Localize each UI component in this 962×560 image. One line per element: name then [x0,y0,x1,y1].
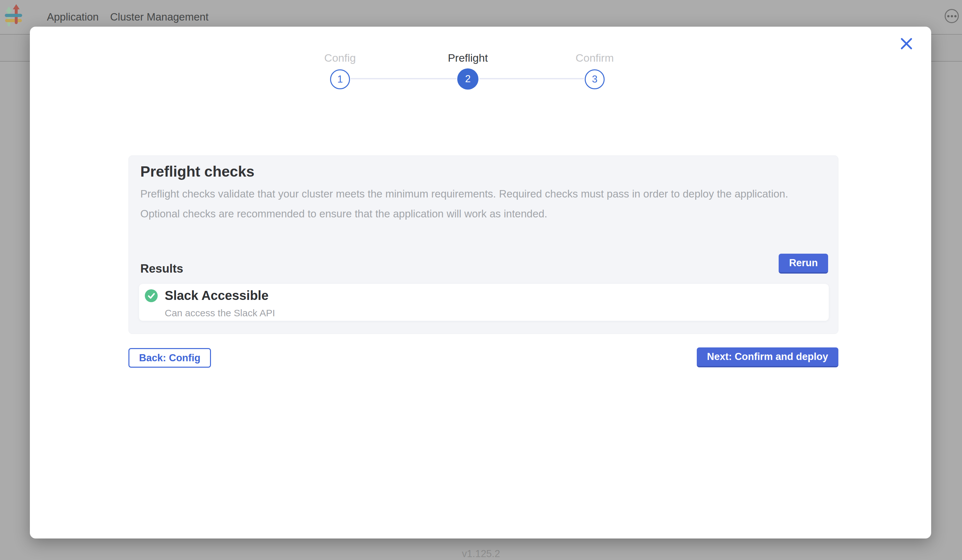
step-label-confirm: Confirm [553,52,636,64]
panel-description: Preflight checks validate that your clus… [140,184,829,224]
nav-tab-application[interactable]: Application [47,11,98,23]
back-config-button[interactable]: Back: Config [128,348,211,368]
nav-tab-cluster-management[interactable]: Cluster Management [110,11,208,23]
ellipsis-menu-icon[interactable] [945,9,959,23]
step-connector [479,78,584,79]
preflight-wizard-modal: Config Preflight Confirm 1 2 3 Preflight… [30,27,931,539]
step-circle-confirm[interactable]: 3 [585,69,605,89]
step-circle-config[interactable]: 1 [330,69,350,89]
step-connector [351,78,457,79]
app-logo-arrows-icon [5,4,22,27]
result-title: Slack Accessible [165,288,268,303]
results-heading: Results [140,262,183,276]
app-version-label: v1.125.2 [0,548,962,560]
step-label-config: Config [298,52,382,64]
close-icon[interactable] [897,34,916,53]
preflight-result-row: Slack Accessible Can access the Slack AP… [139,284,829,321]
preflight-checks-panel: Preflight checks Preflight checks valida… [128,155,838,334]
panel-title: Preflight checks [140,163,254,180]
next-confirm-deploy-button[interactable]: Next: Confirm and deploy [697,347,838,367]
check-circle-icon [145,289,158,302]
step-circle-preflight[interactable]: 2 [457,68,478,90]
step-label-preflight: Preflight [426,52,510,64]
result-detail: Can access the Slack API [165,308,275,318]
rerun-button[interactable]: Rerun [779,254,828,274]
